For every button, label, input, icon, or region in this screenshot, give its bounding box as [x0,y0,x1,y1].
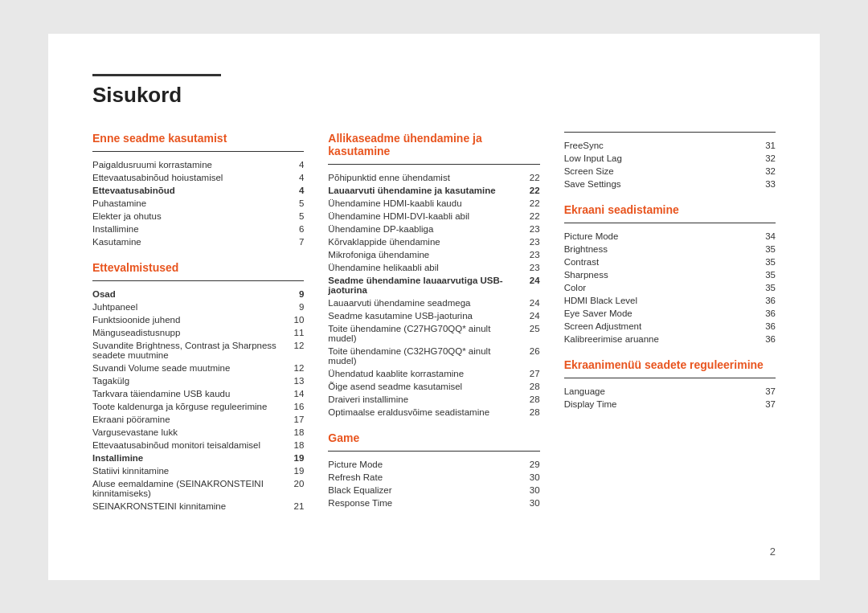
entry-page: 9 [288,289,304,299]
toc-entry: Ühendatud kaablite korrastamine27 [328,367,539,380]
entry-label: Optimaalse eraldusvõime seadistamine [328,407,523,417]
entry-page: 31 [760,141,776,150]
entry-page: 35 [760,257,776,267]
section-2-1: Ekraani seadistaminePicture Mode34Bright… [564,203,776,345]
entry-label: Suvandite Brightness, Contrast ja Sharpn… [92,341,288,360]
section-divider [564,223,776,223]
entry-page: 30 [524,498,540,508]
entry-label: Picture Mode [328,460,523,469]
entry-page: 13 [288,376,304,386]
section-divider [328,164,539,165]
entry-page: 18 [288,427,304,437]
toc-entry: FreeSync31 [564,139,776,152]
entry-label: Suvandi Volume seade muutmine [92,363,288,373]
entry-label: Picture Mode [564,231,760,241]
entry-page: 30 [524,472,540,482]
entry-label: Contrast [564,257,760,267]
toc-entry: Screen Adjustment36 [564,320,776,333]
entry-page: 5 [288,198,304,208]
entry-label: Ettevaatusabinõud hoiustamisel [92,173,288,182]
entry-page: 35 [760,244,776,254]
section-title: Ekraanimenüü seadete reguleerimine [564,358,776,371]
entry-page: 36 [760,321,776,331]
toc-entry: Õige asend seadme kasutamisel28 [328,380,539,393]
toc-entry: Sharpness35 [564,268,776,281]
entry-label: Statiivi kinnitamine [92,466,288,476]
toc-entry: Optimaalse eraldusvõime seadistamine28 [328,406,539,419]
toc-entry: Statiivi kinnitamine19 [92,464,304,477]
entry-page: 33 [760,179,776,189]
section-2-2: Ekraanimenüü seadete reguleerimineLangua… [564,358,776,411]
section-divider [92,280,304,281]
toc-entry: Low Input Lag32 [564,152,776,165]
entry-label: Funktsioonide juhend [92,315,288,325]
toc-entry: Ühendamine helikaabli abil23 [328,261,539,274]
toc-entry: Ettevaatusabinõud hoiustamisel4 [92,171,304,184]
toc-entry: SEINAKRONSTEINI kinnitamine21 [92,500,304,513]
section-2-0: FreeSync31Low Input Lag32Screen Size32Sa… [564,132,776,190]
entry-page: 14 [288,389,304,398]
entry-label: Ekraani pööramine [92,415,288,424]
toc-entry: Aluse eemaldamine (SEINAKRONSTEINI kinni… [92,477,304,500]
toc-entry: Draiveri installimine28 [328,393,539,406]
entry-label: Seadme ühendamine lauaarvutiga USB-jaotu… [328,276,523,295]
entry-page: 24 [524,298,540,308]
toc-entry: Mikrofoniga ühendamine23 [328,248,539,261]
entry-label: Save Settings [564,179,760,189]
section-title: Ekraani seadistamine [564,203,776,216]
entry-page: 26 [524,346,540,356]
entry-label: Ühendamine HDMI-kaabli kaudu [328,198,523,208]
entry-label: Tagakülg [92,376,288,386]
entry-label: Aluse eemaldamine (SEINAKRONSTEINI kinni… [92,479,288,498]
entry-page: 22 [524,173,540,182]
entry-label: Toite ühendamine (C27HG70QQ* ainult mude… [328,324,523,343]
toc-entry: Brightness35 [564,243,776,255]
entry-page: 11 [288,328,304,337]
entry-page: 37 [760,399,776,409]
entry-page: 36 [760,296,776,305]
entry-label: Lauaarvuti ühendamine seadmega [328,298,523,308]
entry-label: Elekter ja ohutus [92,211,288,221]
entry-page: 37 [760,386,776,396]
entry-label: Puhastamine [92,198,288,208]
entry-label: Refresh Rate [328,472,523,482]
toc-entry: Contrast35 [564,255,776,268]
section-0-0: Enne seadme kasutamistPaigaldusruumi kor… [92,132,304,248]
entry-page: 9 [288,302,304,312]
section-1-0: Allikaseadme ühendamine ja kasutaminePõh… [328,132,539,419]
page: Sisukord Enne seadme kasutamistPaigaldus… [48,34,820,580]
section-divider [328,451,539,452]
section-title: Enne seadme kasutamist [92,132,304,145]
entry-page: 30 [524,485,540,495]
entry-label: SEINAKRONSTEINI kinnitamine [92,501,288,511]
entry-page: 28 [524,394,540,404]
toc-entry: Toite ühendamine (C32HG70QQ* ainult mude… [328,345,539,367]
entry-label: Seadme kasutamine USB-jaoturina [328,311,523,321]
entry-label: Ühendamine DP-kaabliga [328,224,523,234]
entry-page: 35 [760,283,776,292]
section-divider [564,378,776,378]
entry-label: Kasutamine [92,237,288,247]
entry-page: 4 [288,160,304,170]
entry-label: Draiveri installimine [328,394,523,404]
section-title: Allikaseadme ühendamine ja kasutamine [328,132,539,157]
toc-entry: Installimine6 [92,223,304,235]
entry-page: 4 [288,186,304,195]
entry-label: Mikrofoniga ühendamine [328,250,523,260]
entry-page: 20 [288,479,304,488]
toc-entry: Picture Mode34 [564,230,776,243]
toc-entry: Puhastamine5 [92,197,304,210]
toc-entry: Language37 [564,385,776,398]
toc-entry: Ettevaatusabinõud4 [92,184,304,197]
content-grid: Enne seadme kasutamistPaigaldusruumi kor… [92,132,776,525]
entry-label: Installimine [92,224,288,234]
entry-page: 6 [288,224,304,234]
entry-label: Kõrvaklappide ühendamine [328,237,523,247]
entry-page: 18 [288,440,304,450]
entry-label: Toite ühendamine (C32HG70QQ* ainult mude… [328,346,523,366]
entry-page: 4 [288,173,304,182]
toc-entry: Toote kaldenurga ja kõrguse reguleerimin… [92,400,304,413]
entry-label: Paigaldusruumi korrastamine [92,160,288,170]
toc-entry: Seadme ühendamine lauaarvutiga USB-jaotu… [328,274,539,296]
entry-page: 17 [288,415,304,424]
